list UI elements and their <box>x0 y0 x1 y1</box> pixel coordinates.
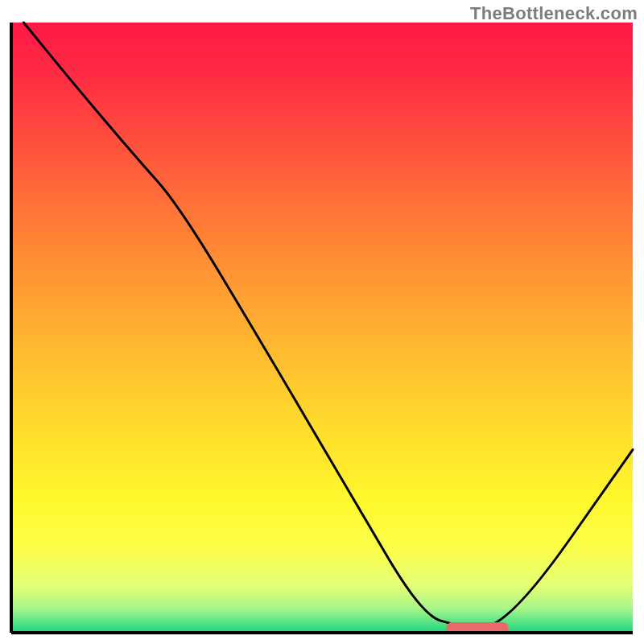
chart-svg <box>0 0 644 644</box>
chart-background <box>11 23 633 633</box>
watermark-text: TheBottleneck.com <box>470 3 638 24</box>
bottleneck-chart: TheBottleneck.com <box>0 0 644 644</box>
